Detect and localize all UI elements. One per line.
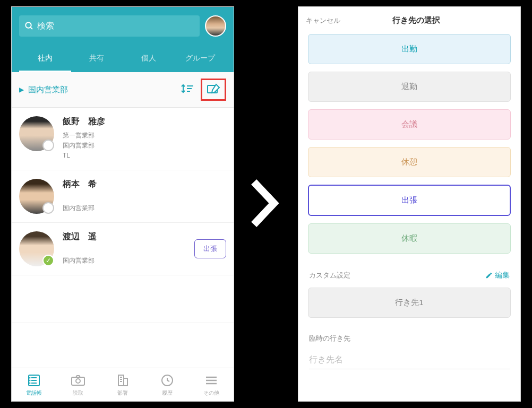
contact-dept: 国内営業部 [63, 256, 194, 266]
contact-item[interactable]: 柄本 希 国内営業部 [12, 170, 234, 223]
edit-button[interactable]: 編集 [485, 271, 510, 280]
destination-select-screen: キャンセル 行き先の選択 出勤 退勤 会議 休憩 出張 休暇 カスタム設定 編集… [298, 6, 521, 402]
profile-avatar[interactable] [205, 15, 226, 37]
camera-icon [71, 374, 85, 387]
option-vacation[interactable]: 休暇 [308, 223, 511, 254]
nav-label: 部署 [117, 389, 128, 397]
svg-point-10 [29, 378, 30, 378]
phonebook-icon [27, 374, 41, 387]
nav-label: 電話帳 [26, 389, 42, 397]
svg-point-14 [76, 379, 80, 383]
edit-label: 編集 [495, 271, 510, 280]
search-placeholder: 検索 [37, 21, 54, 32]
nav-other[interactable]: その他 [189, 374, 234, 397]
status-indicator-active: ✓ [42, 255, 54, 266]
contact-item[interactable]: ✓ 渡辺 遥 国内営業部 出張 [12, 223, 234, 275]
contact-dept: 国内営業部 [63, 203, 226, 213]
tab-personal[interactable]: 個人 [123, 46, 175, 72]
contact-info: 渡辺 遥 国内営業部 [63, 231, 194, 266]
avatar-wrap: ✓ [19, 231, 54, 266]
tab-shared[interactable]: 共有 [71, 46, 123, 72]
avatar-wrap [19, 116, 54, 151]
contact-name: 飯野 雅彦 [63, 116, 226, 127]
tab-group[interactable]: グループ [175, 46, 227, 72]
nav-department[interactable]: 部署 [100, 374, 145, 397]
tab-internal[interactable]: 社内 [19, 46, 71, 72]
contact-info: 飯野 雅彦 第一営業部 国内営業部 TL [63, 116, 226, 161]
options-list: 出勤 退勤 会議 休憩 出張 休暇 [298, 34, 520, 261]
nav-history[interactable]: 履歴 [145, 374, 190, 397]
contact-item[interactable]: 飯野 雅彦 第一営業部 国内営業部 TL [12, 108, 234, 170]
contact-list: 飯野 雅彦 第一営業部 国内営業部 TL 柄本 希 国内営業部 [12, 108, 234, 368]
expand-icon[interactable]: ▶ [19, 86, 24, 93]
contact-list-screen: 検索 社内 共有 個人 グループ ▶ 国内営業部 [11, 6, 234, 402]
nav-label: 履歴 [162, 389, 173, 397]
header: 検索 社内 共有 個人 グループ [12, 7, 234, 72]
search-icon [24, 21, 34, 31]
temp-label: 臨時の行き先 [309, 334, 510, 343]
nav-label: 読取 [73, 389, 83, 397]
custom-label: カスタム設定 [309, 271, 485, 280]
status-indicator [42, 140, 54, 151]
contact-role: TL [63, 151, 226, 161]
section-label: 国内営業部 [28, 85, 181, 95]
svg-point-0 [25, 22, 31, 28]
contact-dept: 第一営業部 [63, 131, 226, 141]
contact-item-empty [12, 275, 234, 323]
nav-label: その他 [203, 389, 219, 397]
svg-point-11 [29, 380, 30, 381]
modal-header: キャンセル 行き先の選択 [298, 7, 520, 34]
nav-phonebook[interactable]: 電話帳 [12, 374, 56, 397]
compose-highlight [201, 79, 226, 101]
compose-button[interactable] [204, 81, 222, 98]
menu-icon [205, 374, 218, 387]
bottom-nav: 電話帳 読取 部署 履歴 その他 [12, 368, 234, 401]
svg-line-1 [30, 27, 32, 29]
section-bar: ▶ 国内営業部 [12, 72, 234, 108]
clock-icon [161, 374, 174, 387]
search-row: 検索 [19, 15, 226, 37]
contact-dept: 国内営業部 [63, 141, 226, 151]
contact-name: 柄本 希 [63, 179, 226, 190]
svg-point-12 [29, 383, 30, 384]
contact-dept [63, 246, 194, 256]
svg-rect-16 [124, 378, 127, 386]
avatar-wrap [19, 179, 54, 214]
option-break[interactable]: 休憩 [308, 147, 511, 177]
custom-settings-row: カスタム設定 編集 [298, 261, 520, 288]
search-input[interactable]: 検索 [19, 15, 200, 37]
tabs: 社内 共有 個人 グループ [19, 46, 226, 72]
temp-section: 臨時の行き先 [298, 318, 520, 375]
sort-button[interactable] [181, 83, 194, 96]
temp-destination-input[interactable] [309, 351, 510, 369]
contact-info: 柄本 希 国内営業部 [63, 179, 226, 213]
option-custom-1[interactable]: 行き先1 [308, 288, 511, 318]
status-indicator [42, 202, 54, 214]
option-meeting[interactable]: 会議 [308, 109, 511, 140]
building-icon [116, 374, 129, 387]
contact-name: 渡辺 遥 [63, 231, 194, 242]
pencil-icon [485, 272, 493, 279]
nav-scan[interactable]: 読取 [56, 374, 101, 397]
contact-dept [63, 193, 226, 203]
modal-title: 行き先の選択 [319, 15, 513, 25]
arrow-icon [250, 177, 282, 232]
option-attendance[interactable]: 出勤 [308, 34, 511, 64]
option-businesstrip-selected[interactable]: 出張 [308, 185, 511, 216]
option-leave[interactable]: 退勤 [308, 72, 511, 102]
status-badge: 出張 [194, 239, 226, 258]
